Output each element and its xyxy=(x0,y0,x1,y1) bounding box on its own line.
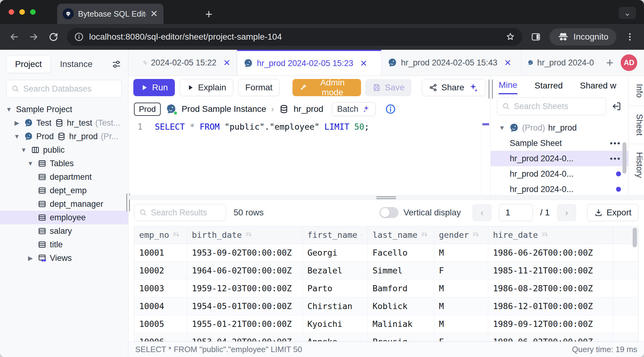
sort-icon[interactable] xyxy=(421,231,429,239)
cell-first-name[interactable]: Parto xyxy=(302,279,367,297)
editor-tab-3[interactable]: hr_prod 2024-02-05 15:43 ✕ xyxy=(381,50,521,76)
caret-down-icon[interactable]: ▼ xyxy=(13,133,21,140)
cell-first-name[interactable]: Chirstian xyxy=(302,297,367,315)
minimize-window-button[interactable] xyxy=(19,9,25,15)
cell-first-name[interactable]: Kyoichi xyxy=(302,315,367,333)
cell-last-name[interactable]: Maliniak xyxy=(367,315,434,333)
cell-birth-date[interactable]: 1954-05-01T00:00:00Z xyxy=(187,297,302,315)
back-button[interactable] xyxy=(8,31,20,43)
address-bar[interactable]: localhost:8080/sql-editor/sheet/project-… xyxy=(67,28,522,46)
sheet-item-sample-sheet[interactable]: Sample Sheet ••• xyxy=(491,135,628,151)
cell-emp-no[interactable]: 10003 xyxy=(134,279,187,297)
sort-icon[interactable] xyxy=(245,231,253,239)
tree-item-tables-group[interactable]: ▼ Tables xyxy=(0,157,128,170)
tab-instance[interactable]: Instance xyxy=(53,56,99,73)
cell-emp-no[interactable]: 10005 xyxy=(134,315,187,333)
admin-mode-button[interactable]: Admin mode xyxy=(293,79,361,96)
tree-item-views-group[interactable]: ▶ Views xyxy=(0,251,128,265)
database-search[interactable] xyxy=(6,80,122,98)
caret-down-icon[interactable]: ▼ xyxy=(498,124,506,131)
zoom-window-button[interactable] xyxy=(30,9,36,15)
caret-down-icon[interactable]: ▼ xyxy=(20,147,28,154)
cell-first-name[interactable]: Bezalel xyxy=(302,261,367,279)
cell-birth-date[interactable]: 1959-12-03T00:00:00Z xyxy=(187,279,302,297)
save-button[interactable]: Save xyxy=(365,79,411,96)
column-header-gender[interactable]: gender xyxy=(434,226,488,244)
cell-emp-no[interactable]: 10006 xyxy=(134,333,187,342)
page-number-input[interactable] xyxy=(499,204,533,221)
cell-hire-date[interactable]: 1986-12-01T00:00:00Z xyxy=(488,297,613,315)
cell-last-name[interactable]: Simmel xyxy=(367,261,434,279)
editor-tab-1[interactable]: 2024-02-05 15:22 ✕ xyxy=(137,50,237,76)
column-header-first-name[interactable]: first_name xyxy=(302,226,367,244)
explain-button[interactable]: Explain xyxy=(180,79,233,96)
cell-birth-date[interactable]: 1955-01-21T00:00:00Z xyxy=(187,315,302,333)
tree-item-schema-public[interactable]: ▼ public xyxy=(0,143,128,157)
close-tab-icon[interactable]: ✕ xyxy=(360,58,367,69)
column-header-hire-date[interactable]: hire_date xyxy=(488,226,613,244)
cell-gender[interactable]: M xyxy=(434,315,488,333)
results-resize-divider[interactable] xyxy=(128,195,644,200)
cell-last-name[interactable]: Facello xyxy=(367,244,434,261)
sheet-item-unsaved-2[interactable]: hr_prod 2024-0... xyxy=(491,182,628,195)
cell-hire-date[interactable]: 1989-09-12T00:00:00Z xyxy=(488,315,613,333)
tree-item-table-employee[interactable]: employee xyxy=(0,211,128,224)
tab-history[interactable]: History xyxy=(629,144,644,186)
info-circle-icon[interactable] xyxy=(385,104,396,115)
tree-item-table-salary[interactable]: salary xyxy=(0,224,128,238)
database-search-input[interactable] xyxy=(23,84,117,94)
instance-name[interactable]: Prod Sample Instance xyxy=(182,104,266,114)
format-button[interactable]: Format xyxy=(238,79,280,96)
sort-icon[interactable] xyxy=(541,231,549,239)
tree-item-sample-project[interactable]: ▼ Sample Project xyxy=(0,103,128,116)
panel-resize-handle[interactable] xyxy=(489,80,493,99)
site-info-icon[interactable] xyxy=(74,32,84,42)
sheet-item-selected[interactable]: hr_prod 2024-0... ••• xyxy=(491,151,628,166)
column-header-emp-no[interactable]: emp_no xyxy=(134,226,187,244)
side-panel-icon[interactable] xyxy=(530,31,542,43)
editor-tab-2-active[interactable]: hr_prod 2024-02-05 15:23 ✕ xyxy=(237,50,381,76)
tree-item-table-title[interactable]: title xyxy=(0,238,128,251)
cell-gender[interactable]: F xyxy=(434,333,488,342)
tree-item-table-department[interactable]: department xyxy=(0,170,128,184)
forward-button[interactable] xyxy=(28,31,40,43)
cell-first-name[interactable]: Georgi xyxy=(302,244,367,261)
export-button[interactable]: Export xyxy=(587,204,638,221)
cell-gender[interactable]: M xyxy=(434,297,488,315)
column-header-last-name[interactable]: last_name xyxy=(367,226,434,244)
close-tab-icon[interactable]: ✕ xyxy=(150,9,158,18)
ai-sparkle-icon[interactable] xyxy=(468,82,478,93)
close-window-button[interactable] xyxy=(9,9,14,15)
caret-down-icon[interactable]: ▼ xyxy=(5,106,13,113)
cell-emp-no[interactable]: 10004 xyxy=(134,297,187,315)
tab-search-button[interactable]: ⌄ xyxy=(619,7,636,19)
cell-hire-date[interactable]: 1989-06-02T00:00:00Z xyxy=(488,333,613,342)
tab-starred[interactable]: Starred xyxy=(535,78,563,94)
cell-gender[interactable]: F xyxy=(434,261,488,279)
table-scrollbar[interactable] xyxy=(633,228,637,247)
cell-emp-no[interactable]: 10002 xyxy=(134,261,187,279)
cell-gender[interactable]: M xyxy=(434,279,488,297)
divider-grip[interactable] xyxy=(376,196,396,199)
environment-chip[interactable]: Prod xyxy=(134,103,161,116)
vertical-display-toggle[interactable] xyxy=(379,207,399,218)
editor-tab-4[interactable]: hr_prod 2024-0 xyxy=(521,50,600,76)
close-tab-icon[interactable]: ✕ xyxy=(504,58,511,68)
tab-project[interactable]: Project xyxy=(6,55,51,73)
tree-item-test-db[interactable]: ▶ Test hr_test (Test... xyxy=(0,116,128,130)
batch-button[interactable]: Batch xyxy=(332,102,376,116)
prev-page-button[interactable]: ‹ xyxy=(473,204,492,221)
next-page-button[interactable]: › xyxy=(557,204,576,221)
tab-info[interactable]: Info xyxy=(629,76,644,106)
import-sheet-icon[interactable] xyxy=(611,101,622,112)
more-menu-icon[interactable]: ••• xyxy=(610,154,621,163)
cell-emp-no[interactable]: 10001 xyxy=(134,244,187,261)
filter-sliders-icon[interactable] xyxy=(111,59,122,70)
run-button[interactable]: Run xyxy=(133,79,175,96)
results-search-input[interactable] xyxy=(151,208,221,218)
cell-hire-date[interactable]: 1985-11-21T00:00:00Z xyxy=(488,261,613,279)
cell-last-name[interactable]: Koblick xyxy=(367,297,434,315)
browser-tab[interactable]: Bytebase SQL Editor ✕ xyxy=(57,4,163,24)
cell-birth-date[interactable]: 1964-06-02T00:00:00Z xyxy=(187,261,302,279)
caret-right-icon[interactable]: ▶ xyxy=(26,254,34,262)
